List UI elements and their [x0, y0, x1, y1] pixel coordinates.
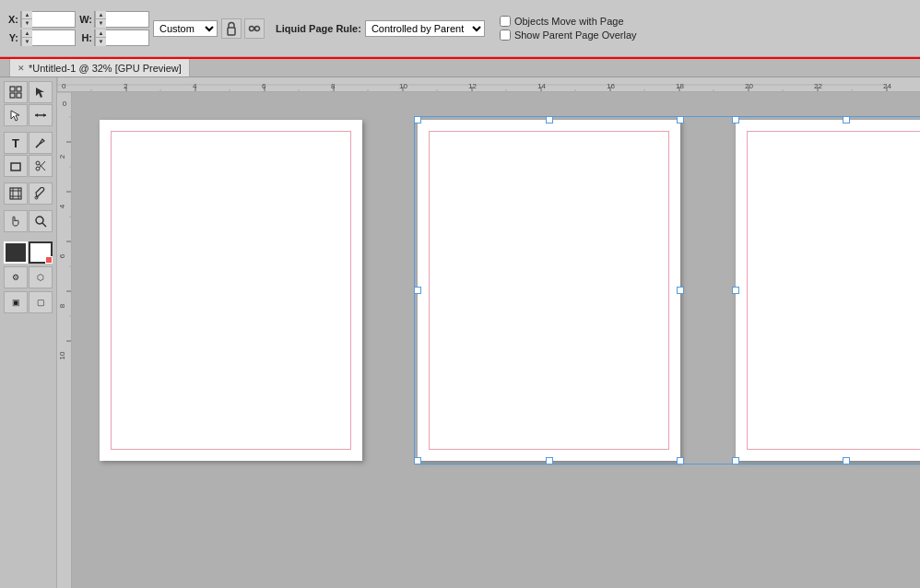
svg-rect-62	[10, 93, 15, 98]
grid-tool-button[interactable]	[4, 81, 28, 103]
w-input[interactable]: 9 in	[106, 12, 145, 27]
show-overlay-checkbox[interactable]	[500, 29, 511, 41]
handle-3-tl	[732, 116, 739, 123]
svg-text:2: 2	[58, 154, 66, 159]
tool-row-3: T	[2, 132, 54, 154]
type-icon: T	[12, 136, 19, 150]
svg-text:6: 6	[262, 82, 266, 90]
x-up-arrow[interactable]: ▲	[21, 11, 32, 19]
type-tool-button[interactable]: T	[4, 132, 28, 154]
handle-3-tc	[843, 116, 850, 123]
handle-mr	[677, 287, 684, 294]
liquid-rule-select[interactable]: Controlled by Parent	[365, 20, 485, 37]
page-2	[418, 120, 680, 461]
lock-icon	[226, 21, 237, 36]
x-spinners: ▲ ▼	[21, 11, 32, 28]
eyedropper-tool-button[interactable]	[29, 182, 53, 205]
tool-separator-4	[2, 233, 54, 237]
constrain-button[interactable]	[244, 18, 265, 39]
svg-text:24: 24	[883, 82, 891, 90]
svg-text:18: 18	[676, 82, 684, 90]
y-down-arrow[interactable]: ▼	[21, 38, 32, 46]
misc-tool-1[interactable]: ⚙	[4, 266, 28, 288]
page-3	[736, 120, 920, 461]
h-input[interactable]: 10 in	[106, 30, 145, 45]
fill-color-button[interactable]	[4, 241, 28, 264]
stroke-color-button[interactable]	[29, 241, 53, 264]
svg-text:20: 20	[745, 82, 753, 90]
objects-move-option: Objects Move with Page	[500, 16, 637, 27]
w-field: W: ▲ ▼ 9 in	[79, 11, 149, 28]
svg-line-69	[36, 145, 39, 147]
page-1-margin	[111, 131, 351, 450]
tab-close-button[interactable]: ✕	[18, 64, 25, 73]
y-up-arrow[interactable]: ▲	[21, 29, 32, 38]
liquid-page-rule-label: Liquid Page Rule:	[276, 23, 361, 34]
tool-row-5	[2, 182, 54, 205]
zoom-icon	[34, 215, 47, 228]
svg-text:12: 12	[468, 82, 477, 90]
lock-proportions-button[interactable]	[221, 18, 242, 39]
x-input-group: ▲ ▼ 8 in	[20, 11, 76, 28]
svg-line-82	[42, 223, 46, 227]
rectangle-icon	[9, 159, 22, 172]
scissors-tool-button[interactable]	[29, 155, 53, 177]
y-label: Y:	[6, 32, 18, 43]
handle-ml	[414, 287, 421, 294]
lock-buttons	[221, 18, 265, 39]
show-overlay-label: Show Parent Page Overlay	[514, 29, 637, 41]
frame-tool-button[interactable]	[4, 182, 28, 205]
tool-row-4	[2, 155, 54, 177]
chain-icon	[248, 22, 261, 35]
objects-move-label: Objects Move with Page	[514, 16, 624, 27]
page-options: Objects Move with Page Show Parent Page …	[500, 16, 637, 41]
y-input-group: ▲ ▼ 0 in	[20, 29, 76, 46]
w-up-arrow[interactable]: ▲	[95, 11, 106, 19]
pen-icon	[34, 136, 47, 149]
tool-row-misc: ⚙ ⬡	[2, 266, 54, 288]
show-overlay-option: Show Parent Page Overlay	[500, 29, 637, 41]
x-input[interactable]: 8 in	[32, 12, 71, 27]
objects-move-checkbox[interactable]	[500, 16, 511, 27]
zoom-tool-button[interactable]	[29, 210, 53, 232]
select-tool-button[interactable]	[29, 81, 53, 103]
h-up-arrow[interactable]: ▲	[95, 29, 106, 38]
hand-tool-button[interactable]	[4, 210, 28, 232]
page-2-margin	[429, 131, 669, 450]
dimension-preset-select[interactable]: Custom	[153, 20, 218, 37]
w-input-group: ▲ ▼ 9 in	[94, 11, 149, 28]
handle-tl	[414, 116, 421, 123]
direct-select-button[interactable]	[4, 104, 28, 126]
w-spinners: ▲ ▼	[95, 11, 106, 28]
h-label: H:	[79, 32, 92, 43]
svg-rect-75	[10, 188, 21, 199]
handle-bc	[546, 457, 553, 465]
tool-separator-2	[2, 178, 54, 182]
bottom-tool-1[interactable]: ▣	[4, 291, 28, 313]
h-down-arrow[interactable]: ▼	[95, 38, 106, 46]
x-label: X:	[6, 14, 18, 25]
svg-rect-0	[228, 28, 235, 35]
w-down-arrow[interactable]: ▼	[95, 19, 106, 28]
scale-tool-button[interactable]	[29, 104, 53, 126]
svg-text:14: 14	[537, 82, 546, 90]
y-input[interactable]: 0 in	[32, 30, 71, 45]
scissors-icon	[34, 159, 47, 172]
scale-icon	[34, 109, 47, 122]
pen-tool-button[interactable]	[29, 132, 53, 154]
svg-text:8: 8	[331, 82, 336, 90]
y-spinners: ▲ ▼	[21, 29, 32, 46]
handle-br	[677, 457, 684, 465]
bottom-tool-2[interactable]: ▢	[29, 291, 53, 313]
rectangle-tool-button[interactable]	[4, 155, 28, 177]
svg-rect-70	[11, 163, 20, 171]
tool-separator-1	[2, 127, 54, 131]
wh-coords: W: ▲ ▼ 9 in H: ▲ ▼ 10 in	[79, 11, 149, 46]
tool-row-1	[2, 81, 54, 103]
svg-text:2: 2	[124, 82, 128, 90]
document-tab[interactable]: ✕ *Untitled-1 @ 32% [GPU Preview]	[9, 58, 190, 76]
x-down-arrow[interactable]: ▼	[21, 19, 32, 28]
handle-tr	[677, 116, 684, 123]
misc-tool-2[interactable]: ⬡	[29, 266, 53, 288]
svg-text:22: 22	[814, 82, 822, 90]
